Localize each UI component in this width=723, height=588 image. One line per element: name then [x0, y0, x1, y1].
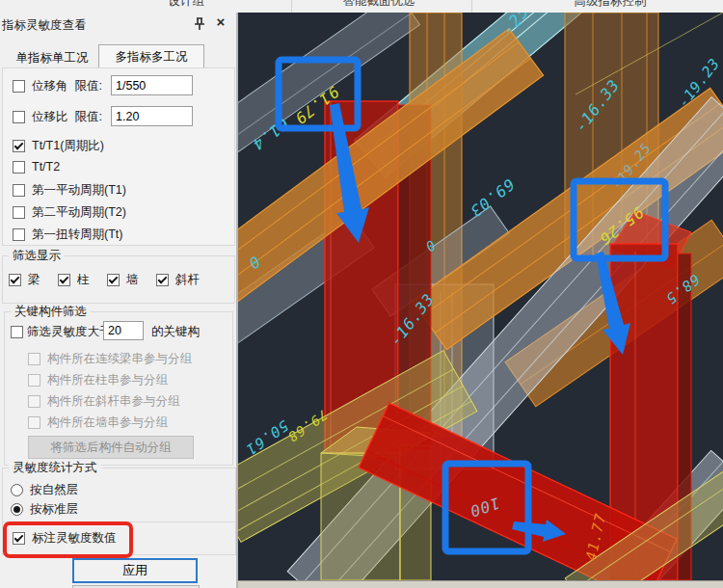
- filter-display-group: 筛选显示 梁 柱 墙 斜杆: [2, 255, 235, 304]
- drift-angle-limit-input[interactable]: [111, 75, 193, 95]
- radio-standard-story[interactable]: [11, 503, 23, 516]
- checkbox-brace[interactable]: [156, 274, 169, 286]
- option-label: 位移角: [32, 78, 68, 94]
- app-window: 设计组 智能截面优选 高级指标控制 指标灵敏度查看 × 单指标单工况 多指标多工…: [0, 0, 723, 588]
- option-label: 第二平动周期(T2): [32, 204, 126, 221]
- stat-mode-title: 灵敏度统计方式: [9, 460, 101, 476]
- checkbox-beam[interactable]: [9, 274, 21, 286]
- ribbon-separator: [291, 0, 292, 13]
- checkbox-sensitivity-threshold[interactable]: [11, 326, 23, 338]
- checkbox-group-column-string[interactable]: [28, 374, 40, 387]
- indicator-options-box: 位移角 限值: 位移比 限值: Tt/T1(周期比) Tt/T2 第一平动周期(…: [2, 67, 235, 246]
- limit-label: 限值:: [75, 109, 102, 125]
- checkbox-group-brace-string[interactable]: [28, 395, 40, 408]
- radio-natural-story[interactable]: [11, 484, 23, 496]
- checkbox-wall[interactable]: [107, 274, 120, 286]
- ribbon-strip: 设计组 智能截面优选 高级指标控制: [0, 0, 723, 13]
- checkbox-column[interactable]: [58, 274, 70, 286]
- option-label: Tt/T1(周期比): [32, 138, 104, 154]
- pin-icon[interactable]: [192, 16, 207, 32]
- panel-title: 指标灵敏度查看: [2, 17, 87, 34]
- checkbox-tt-t1[interactable]: [13, 140, 25, 152]
- viewport-3d[interactable]: -25. -16.33 -19.23 -19.25 61.4 91.79 0 0…: [238, 13, 723, 580]
- checkbox-drift-angle[interactable]: [13, 80, 25, 93]
- filter-label: 斜杆: [175, 272, 200, 288]
- structure-scene: -25. -16.33 -19.23 -19.25 61.4 91.79 0 0…: [238, 13, 723, 580]
- checkbox-annotate-sensitivity[interactable]: [13, 532, 25, 545]
- threshold-prefix: 筛选灵敏度大于: [27, 324, 108, 340]
- tab-single-indicator[interactable]: 单指标单工况: [6, 47, 98, 68]
- ribbon-group-advanced-control[interactable]: 高级指标控制: [575, 0, 647, 10]
- apply-button[interactable]: 应用: [72, 558, 198, 583]
- auto-group-button[interactable]: 将筛选后构件自动分组: [28, 436, 194, 459]
- stat-mode-group: 灵敏度统计方式 按自然层 按标准层: [2, 468, 236, 522]
- checkbox-tt-t2[interactable]: [13, 161, 25, 174]
- checkbox-drift-ratio[interactable]: [13, 111, 25, 123]
- sub-option-label: 构件所在墙串参与分组: [47, 414, 168, 431]
- limit-label: 限值:: [75, 78, 102, 94]
- checkbox-first-torsional-period[interactable]: [13, 228, 25, 241]
- checkbox-second-translational-period[interactable]: [13, 206, 25, 219]
- viewport-bottom-bar[interactable]: [238, 580, 723, 588]
- key-member-filter-title: 关键构件筛选: [11, 304, 91, 320]
- annotate-label: 标注灵敏度数值: [32, 530, 117, 547]
- threshold-suffix: 的关键构: [151, 324, 200, 340]
- option-label: 第一平动周期(T1): [32, 182, 126, 199]
- annotate-frame: 标注灵敏度数值: [2, 521, 236, 555]
- sub-option-label: 构件所在连续梁串参与分组: [47, 351, 192, 367]
- option-label: Tt/T2: [32, 160, 60, 174]
- sensitivity-panel: 指标灵敏度查看 × 单指标单工况 多指标多工况 位移角 限值: 位移比 限值:: [0, 13, 238, 588]
- drift-ratio-limit-input[interactable]: [111, 106, 193, 126]
- option-label: 第一扭转周期(Tt): [32, 227, 122, 243]
- ribbon-group-design[interactable]: 设计组: [168, 0, 204, 10]
- sub-option-label: 构件所在斜杆串参与分组: [47, 393, 180, 410]
- close-icon[interactable]: ×: [213, 13, 228, 31]
- checkbox-first-translational-period[interactable]: [13, 184, 25, 197]
- tab-multi-indicator[interactable]: 多指标多工况: [98, 44, 204, 69]
- filter-label: 梁: [28, 272, 40, 288]
- ribbon-separator: [471, 0, 472, 13]
- key-member-filter-group: 关键构件筛选 筛选灵敏度大于 的关键构 构件所在连续梁串参与分组 构件所在柱串参…: [4, 311, 233, 466]
- filter-label: 柱: [77, 272, 90, 288]
- checkbox-group-wall-string[interactable]: [28, 416, 40, 429]
- radio-label: 按标准层: [30, 501, 78, 518]
- sensitivity-threshold-input[interactable]: [103, 321, 144, 340]
- filter-label: 墙: [126, 272, 139, 288]
- ribbon-group-section-optimize[interactable]: 智能截面优选: [343, 0, 415, 10]
- sub-option-label: 构件所在柱串参与分组: [47, 372, 168, 388]
- filter-display-title: 筛选显示: [9, 248, 65, 264]
- checkbox-group-continuous-beam[interactable]: [28, 353, 40, 365]
- radio-label: 按自然层: [30, 482, 78, 498]
- option-label: 位移比: [32, 109, 68, 125]
